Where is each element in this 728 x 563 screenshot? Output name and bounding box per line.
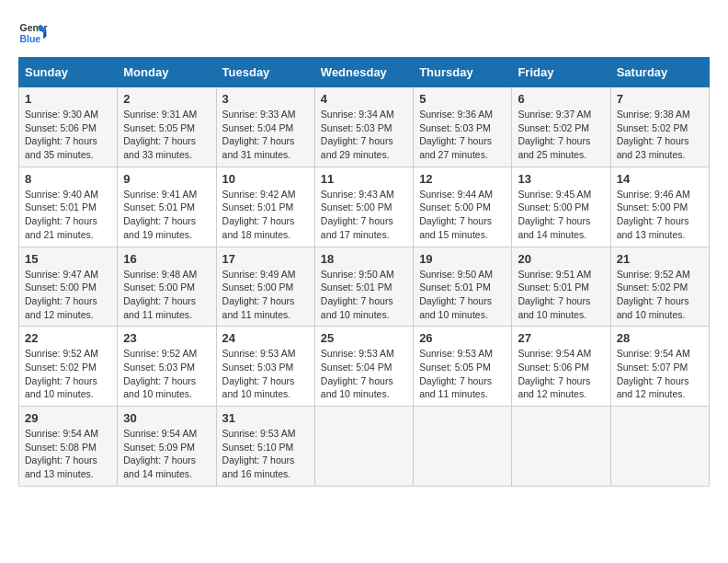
day-info: Sunrise: 9:44 AMSunset: 5:00 PMDaylight:… xyxy=(419,188,506,242)
day-number: 28 xyxy=(617,331,703,345)
calendar-header-cell: Sunday xyxy=(19,58,118,87)
day-number: 4 xyxy=(321,92,407,106)
day-number: 12 xyxy=(419,172,506,186)
day-info: Sunrise: 9:42 AMSunset: 5:01 PMDaylight:… xyxy=(222,188,309,242)
day-number: 22 xyxy=(25,331,111,345)
calendar-day-cell: 2Sunrise: 9:31 AMSunset: 5:05 PMDaylight… xyxy=(118,87,216,167)
day-info: Sunrise: 9:54 AMSunset: 5:09 PMDaylight:… xyxy=(123,427,210,481)
calendar-header-cell: Friday xyxy=(512,58,610,87)
calendar-day-cell: 9Sunrise: 9:41 AMSunset: 5:01 PMDaylight… xyxy=(118,167,216,247)
calendar-table: SundayMondayTuesdayWednesdayThursdayFrid… xyxy=(18,57,710,487)
day-number: 6 xyxy=(518,92,604,106)
day-number: 8 xyxy=(25,172,111,186)
day-info: Sunrise: 9:43 AMSunset: 5:00 PMDaylight:… xyxy=(321,188,407,242)
day-number: 14 xyxy=(617,172,703,186)
day-number: 30 xyxy=(123,411,210,425)
day-info: Sunrise: 9:30 AMSunset: 5:06 PMDaylight:… xyxy=(25,108,111,162)
calendar-day-cell: 23Sunrise: 9:52 AMSunset: 5:03 PMDayligh… xyxy=(118,327,216,407)
calendar-header-row: SundayMondayTuesdayWednesdayThursdayFrid… xyxy=(19,58,710,87)
day-number: 31 xyxy=(222,411,309,425)
day-info: Sunrise: 9:33 AMSunset: 5:04 PMDaylight:… xyxy=(222,108,309,162)
calendar-day-cell: 31Sunrise: 9:53 AMSunset: 5:10 PMDayligh… xyxy=(216,407,314,487)
day-number: 17 xyxy=(222,252,309,266)
logo-icon: General Blue xyxy=(18,18,48,48)
calendar-day-cell xyxy=(512,407,610,487)
day-number: 27 xyxy=(518,331,604,345)
day-number: 25 xyxy=(321,331,407,345)
day-info: Sunrise: 9:53 AMSunset: 5:04 PMDaylight:… xyxy=(321,347,407,401)
day-info: Sunrise: 9:46 AMSunset: 5:00 PMDaylight:… xyxy=(617,188,703,242)
calendar-week-row: 8Sunrise: 9:40 AMSunset: 5:01 PMDaylight… xyxy=(19,167,710,247)
calendar-day-cell: 27Sunrise: 9:54 AMSunset: 5:06 PMDayligh… xyxy=(512,327,610,407)
calendar-day-cell: 22Sunrise: 9:52 AMSunset: 5:02 PMDayligh… xyxy=(19,327,118,407)
day-number: 20 xyxy=(518,252,604,266)
calendar-day-cell: 15Sunrise: 9:47 AMSunset: 5:00 PMDayligh… xyxy=(19,247,118,327)
calendar-day-cell: 5Sunrise: 9:36 AMSunset: 5:03 PMDaylight… xyxy=(414,87,512,167)
calendar-day-cell: 12Sunrise: 9:44 AMSunset: 5:00 PMDayligh… xyxy=(414,167,512,247)
calendar-day-cell: 26Sunrise: 9:53 AMSunset: 5:05 PMDayligh… xyxy=(414,327,512,407)
calendar-day-cell: 16Sunrise: 9:48 AMSunset: 5:00 PMDayligh… xyxy=(118,247,216,327)
calendar-day-cell xyxy=(610,407,709,487)
day-info: Sunrise: 9:37 AMSunset: 5:02 PMDaylight:… xyxy=(518,108,604,162)
day-number: 26 xyxy=(419,331,506,345)
calendar-day-cell: 20Sunrise: 9:51 AMSunset: 5:01 PMDayligh… xyxy=(512,247,610,327)
calendar-day-cell: 28Sunrise: 9:54 AMSunset: 5:07 PMDayligh… xyxy=(610,327,709,407)
calendar-body: 1Sunrise: 9:30 AMSunset: 5:06 PMDaylight… xyxy=(19,87,710,487)
day-number: 19 xyxy=(419,252,506,266)
day-number: 21 xyxy=(617,252,703,266)
day-number: 10 xyxy=(222,172,309,186)
day-info: Sunrise: 9:45 AMSunset: 5:00 PMDaylight:… xyxy=(518,188,604,242)
calendar-header-cell: Tuesday xyxy=(216,58,314,87)
day-info: Sunrise: 9:54 AMSunset: 5:07 PMDaylight:… xyxy=(617,347,703,401)
day-info: Sunrise: 9:36 AMSunset: 5:03 PMDaylight:… xyxy=(419,108,506,162)
calendar-day-cell: 8Sunrise: 9:40 AMSunset: 5:01 PMDaylight… xyxy=(19,167,118,247)
day-number: 7 xyxy=(617,92,703,106)
day-info: Sunrise: 9:50 AMSunset: 5:01 PMDaylight:… xyxy=(321,268,407,322)
day-number: 9 xyxy=(123,172,210,186)
day-info: Sunrise: 9:41 AMSunset: 5:01 PMDaylight:… xyxy=(123,188,210,242)
calendar-day-cell: 11Sunrise: 9:43 AMSunset: 5:00 PMDayligh… xyxy=(314,167,413,247)
day-info: Sunrise: 9:54 AMSunset: 5:08 PMDaylight:… xyxy=(25,427,111,481)
day-number: 16 xyxy=(123,252,210,266)
calendar-week-row: 15Sunrise: 9:47 AMSunset: 5:00 PMDayligh… xyxy=(19,247,710,327)
day-info: Sunrise: 9:52 AMSunset: 5:02 PMDaylight:… xyxy=(617,268,703,322)
day-info: Sunrise: 9:38 AMSunset: 5:02 PMDaylight:… xyxy=(617,108,703,162)
calendar-week-row: 29Sunrise: 9:54 AMSunset: 5:08 PMDayligh… xyxy=(19,407,710,487)
day-info: Sunrise: 9:54 AMSunset: 5:06 PMDaylight:… xyxy=(518,347,604,401)
calendar-day-cell: 10Sunrise: 9:42 AMSunset: 5:01 PMDayligh… xyxy=(216,167,314,247)
calendar-day-cell: 1Sunrise: 9:30 AMSunset: 5:06 PMDaylight… xyxy=(19,87,118,167)
day-number: 18 xyxy=(321,252,407,266)
header: General Blue xyxy=(18,18,710,48)
calendar-header-cell: Monday xyxy=(118,58,216,87)
calendar-day-cell: 29Sunrise: 9:54 AMSunset: 5:08 PMDayligh… xyxy=(19,407,118,487)
day-number: 13 xyxy=(518,172,604,186)
calendar-day-cell: 30Sunrise: 9:54 AMSunset: 5:09 PMDayligh… xyxy=(118,407,216,487)
day-info: Sunrise: 9:49 AMSunset: 5:00 PMDaylight:… xyxy=(222,268,309,322)
calendar-day-cell: 6Sunrise: 9:37 AMSunset: 5:02 PMDaylight… xyxy=(512,87,610,167)
calendar-header-cell: Saturday xyxy=(610,58,709,87)
day-number: 11 xyxy=(321,172,407,186)
day-info: Sunrise: 9:40 AMSunset: 5:01 PMDaylight:… xyxy=(25,188,111,242)
day-number: 1 xyxy=(25,92,111,106)
calendar-day-cell: 13Sunrise: 9:45 AMSunset: 5:00 PMDayligh… xyxy=(512,167,610,247)
day-info: Sunrise: 9:53 AMSunset: 5:10 PMDaylight:… xyxy=(222,427,309,481)
day-info: Sunrise: 9:53 AMSunset: 5:03 PMDaylight:… xyxy=(222,347,309,401)
calendar-day-cell: 7Sunrise: 9:38 AMSunset: 5:02 PMDaylight… xyxy=(610,87,709,167)
day-info: Sunrise: 9:47 AMSunset: 5:00 PMDaylight:… xyxy=(25,268,111,322)
calendar-day-cell: 3Sunrise: 9:33 AMSunset: 5:04 PMDaylight… xyxy=(216,87,314,167)
day-info: Sunrise: 9:34 AMSunset: 5:03 PMDaylight:… xyxy=(321,108,407,162)
calendar-week-row: 1Sunrise: 9:30 AMSunset: 5:06 PMDaylight… xyxy=(19,87,710,167)
calendar-day-cell: 24Sunrise: 9:53 AMSunset: 5:03 PMDayligh… xyxy=(216,327,314,407)
calendar-day-cell: 19Sunrise: 9:50 AMSunset: 5:01 PMDayligh… xyxy=(414,247,512,327)
calendar-day-cell: 14Sunrise: 9:46 AMSunset: 5:00 PMDayligh… xyxy=(610,167,709,247)
calendar-day-cell xyxy=(314,407,413,487)
day-number: 2 xyxy=(123,92,210,106)
day-info: Sunrise: 9:53 AMSunset: 5:05 PMDaylight:… xyxy=(419,347,506,401)
svg-text:Blue: Blue xyxy=(20,34,41,44)
calendar-day-cell: 25Sunrise: 9:53 AMSunset: 5:04 PMDayligh… xyxy=(314,327,413,407)
day-number: 24 xyxy=(222,331,309,345)
day-info: Sunrise: 9:52 AMSunset: 5:03 PMDaylight:… xyxy=(123,347,210,401)
calendar-day-cell: 18Sunrise: 9:50 AMSunset: 5:01 PMDayligh… xyxy=(314,247,413,327)
calendar-day-cell: 17Sunrise: 9:49 AMSunset: 5:00 PMDayligh… xyxy=(216,247,314,327)
calendar-week-row: 22Sunrise: 9:52 AMSunset: 5:02 PMDayligh… xyxy=(19,327,710,407)
